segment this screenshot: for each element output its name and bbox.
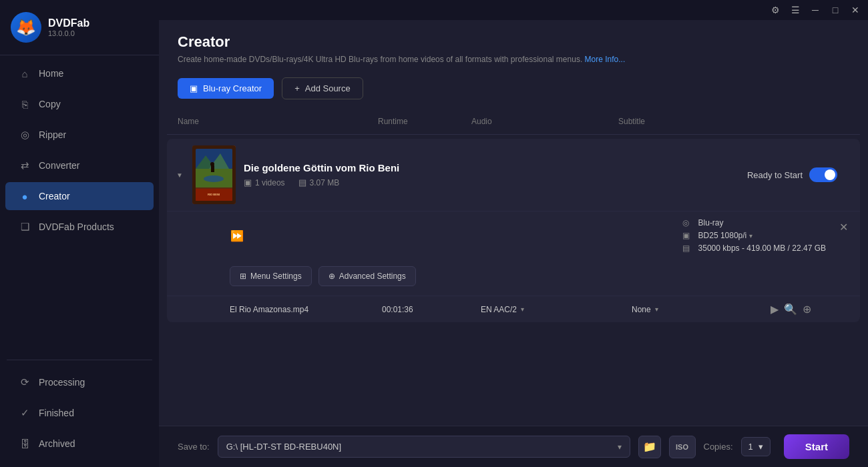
sidebar-item-label: Processing bbox=[39, 377, 85, 388]
sidebar: 🦊 DVDFab 13.0.0.0 ⌂ Home ⎘ Copy ◎ Ripper… bbox=[0, 0, 159, 467]
file-name: El Rio Amazonas.mp4 bbox=[176, 305, 377, 314]
close-row-button[interactable]: ✕ bbox=[837, 218, 851, 236]
sidebar-item-ripper[interactable]: ◎ Ripper bbox=[5, 121, 154, 149]
save-path-arrow-icon: ▾ bbox=[618, 442, 622, 452]
page-header: Creator Create home-made DVDs/Blu-rays/4… bbox=[159, 20, 868, 71]
minimize-btn[interactable]: ─ bbox=[808, 3, 823, 17]
svg-point-6 bbox=[204, 175, 224, 182]
add-source-label: Add Source bbox=[305, 83, 351, 93]
main-content: ⚙ ☰ ─ □ ✕ Creator Create home-made DVDs/… bbox=[159, 0, 868, 467]
sidebar-item-processing[interactable]: ⟳ Processing bbox=[5, 368, 154, 396]
file-actions: ▶ 🔍 ⊕ bbox=[771, 303, 851, 316]
col-subtitle: Subtitle bbox=[618, 114, 752, 129]
sidebar-item-creator[interactable]: ● Creator bbox=[5, 182, 154, 210]
sidebar-item-converter[interactable]: ⇄ Converter bbox=[5, 151, 154, 179]
output-quality-item: ▣ BD25 1080p/i ▾ bbox=[682, 231, 826, 240]
forward-button[interactable]: ⏩ bbox=[230, 229, 244, 242]
folder-browse-button[interactable]: 📁 bbox=[638, 436, 661, 458]
sidebar-item-label: Finished bbox=[39, 408, 74, 418]
menu-settings-button[interactable]: ⊞ Menu Settings bbox=[230, 266, 312, 286]
toolbar: ▣ Blu-ray Creator + Add Source bbox=[159, 71, 868, 109]
audio-select[interactable]: EN AAC/2 ▾ bbox=[481, 305, 626, 314]
app-header: 🦊 DVDFab 13.0.0.0 bbox=[0, 0, 159, 52]
sidebar-top-divider bbox=[0, 55, 159, 55]
table-container: Name Runtime Audio Subtitle ▼ bbox=[167, 109, 860, 426]
sidebar-item-dvdfab-products[interactable]: ❑ DVDFab Products bbox=[5, 213, 154, 241]
add-file-icon[interactable]: ⊕ bbox=[803, 303, 811, 316]
more-info-link[interactable]: More Info... bbox=[585, 55, 626, 64]
start-button[interactable]: Start bbox=[784, 434, 849, 459]
add-source-button[interactable]: + Add Source bbox=[282, 77, 363, 99]
audio-value: EN AAC/2 bbox=[481, 305, 517, 314]
quality-select[interactable]: BD25 1080p/i ▾ bbox=[698, 231, 753, 240]
sidebar-item-finished[interactable]: ✓ Finished bbox=[5, 399, 154, 427]
subtitle-select[interactable]: None ▾ bbox=[632, 305, 765, 314]
maximize-btn[interactable]: □ bbox=[828, 3, 843, 17]
output-format-item: ◎ Blu-ray bbox=[682, 218, 826, 227]
ready-toggle[interactable] bbox=[809, 167, 837, 182]
close-icon: ✕ bbox=[851, 5, 859, 15]
iso-button[interactable]: ISO bbox=[669, 436, 696, 458]
products-icon: ❑ bbox=[19, 221, 31, 233]
col-audio: Audio bbox=[471, 114, 618, 129]
col-extra bbox=[752, 114, 849, 129]
ripper-icon: ◎ bbox=[19, 129, 31, 141]
close-btn[interactable]: ✕ bbox=[848, 3, 863, 17]
processing-icon: ⟳ bbox=[19, 376, 31, 388]
file-size: ▤ 3.07 MB bbox=[298, 177, 340, 187]
video-icon: ▣ bbox=[244, 177, 252, 187]
sidebar-item-label: Copy bbox=[39, 99, 61, 109]
svg-point-8 bbox=[210, 162, 214, 166]
sidebar-item-home[interactable]: ⌂ Home bbox=[5, 59, 154, 87]
ready-text: Ready to Start bbox=[747, 170, 803, 180]
sidebar-item-label: Creator bbox=[39, 191, 70, 201]
sidebar-item-label: Ripper bbox=[39, 129, 66, 140]
add-source-icon: + bbox=[294, 83, 300, 93]
settings-titlebar-icon: ⚙ bbox=[771, 5, 780, 15]
file-icon: ▤ bbox=[298, 177, 306, 187]
sidebar-item-archived[interactable]: 🗄 Archived bbox=[5, 430, 154, 458]
movie-row: ▼ bbox=[167, 139, 860, 322]
bluray-icon: ▣ bbox=[190, 83, 198, 93]
advanced-settings-icon: ⊕ bbox=[329, 272, 335, 281]
table-header: Name Runtime Audio Subtitle bbox=[167, 109, 860, 135]
copies-arrow-icon: ▾ bbox=[758, 442, 763, 452]
hamburger-titlebar-btn[interactable]: ☰ bbox=[788, 3, 803, 17]
movie-thumbnail-image: RIO BENI bbox=[192, 145, 236, 204]
finished-icon: ✓ bbox=[19, 407, 31, 419]
output-settings-middle: ⏩ bbox=[230, 229, 672, 242]
archived-icon: 🗄 bbox=[19, 438, 31, 450]
sidebar-item-label: Home bbox=[39, 68, 63, 79]
copy-icon: ⎘ bbox=[19, 98, 31, 110]
subtitle-arrow-icon: ▾ bbox=[655, 306, 658, 313]
file-runtime: 00:01:36 bbox=[382, 305, 475, 314]
settings-titlebar-btn[interactable]: ⚙ bbox=[768, 3, 783, 17]
play-file-icon[interactable]: ▶ bbox=[771, 303, 779, 316]
zoom-file-icon[interactable]: 🔍 bbox=[784, 303, 797, 316]
sidebar-item-copy[interactable]: ⎘ Copy bbox=[5, 90, 154, 118]
disc-icon: ◎ bbox=[682, 218, 693, 227]
iso-label: ISO bbox=[676, 443, 688, 451]
save-path-input[interactable]: G:\ [HL-DT-ST BD-REBU40N] ▾ bbox=[218, 436, 630, 458]
output-settings-row: ⏩ ◎ Blu-ray ▣ BD25 1080p/i ▾ bbox=[167, 211, 860, 260]
page-subtitle: Create home-made DVDs/Blu-rays/4K Ultra … bbox=[178, 55, 849, 64]
app-name: DVDFab bbox=[48, 17, 89, 29]
maximize-icon: □ bbox=[833, 5, 838, 15]
copies-value: 1 bbox=[748, 442, 753, 452]
movie-thumbnail: RIO BENI bbox=[192, 145, 236, 204]
title-bar: ⚙ ☰ ─ □ ✕ bbox=[159, 0, 868, 20]
movie-header-row: ▼ bbox=[167, 139, 860, 211]
col-runtime: Runtime bbox=[378, 114, 471, 129]
copies-select[interactable]: 1 ▾ bbox=[741, 437, 771, 456]
svg-text:RIO BENI: RIO BENI bbox=[208, 193, 220, 196]
menu-settings-icon: ⊞ bbox=[240, 272, 246, 281]
page-title: Creator bbox=[178, 33, 849, 51]
bluray-creator-button[interactable]: ▣ Blu-ray Creator bbox=[178, 78, 274, 99]
app-version: 13.0.0.0 bbox=[48, 29, 89, 37]
output-format-value: Blu-ray bbox=[698, 218, 724, 227]
converter-icon: ⇄ bbox=[19, 159, 31, 171]
output-bitrate-item: ▤ 35000 kbps - 419.00 MB / 22.47 GB bbox=[682, 244, 826, 253]
subtitle-value: None bbox=[632, 305, 651, 314]
advanced-settings-button[interactable]: ⊕ Advanced Settings bbox=[318, 266, 416, 286]
collapse-button[interactable]: ▼ bbox=[176, 171, 183, 179]
